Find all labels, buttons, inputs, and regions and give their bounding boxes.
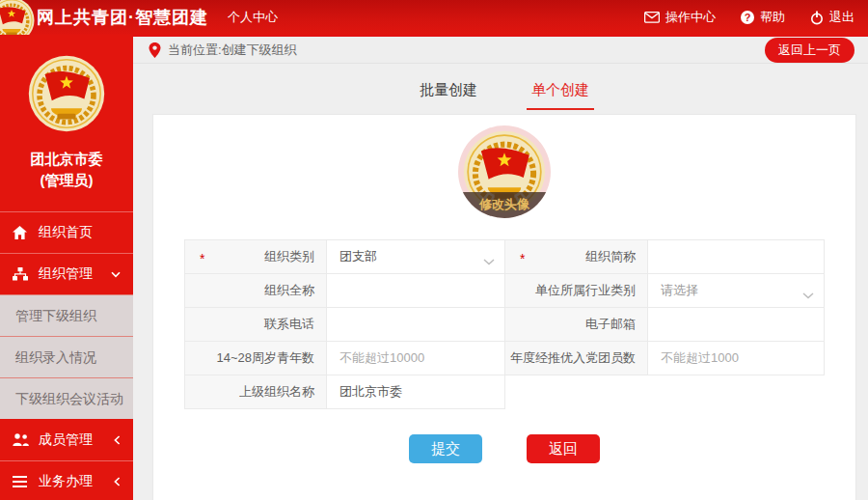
back-to-previous-button[interactable]: 返回上一页 [765,38,854,63]
breadcrumb-label: 当前位置:创建下级组织 [168,42,297,59]
field-label-party-recommend-count: 年度经推优入党团员数 [505,342,648,375]
required-asterisk: * [200,251,204,266]
phone-input[interactable] [327,308,505,342]
logout-link[interactable]: 退出 [810,9,854,26]
sidebar-subitem-manage-sub-orgs[interactable]: 管理下级组织 [0,294,133,336]
sidebar-subitem-org-entry-status[interactable]: 组织录入情况 [0,336,133,377]
avatar-edit-caption: 修改头像 [458,192,551,218]
sidebar-org-emblem-icon [28,55,105,132]
required-asterisk: * [520,251,525,266]
form-actions: 提交 返回 [153,434,855,463]
users-icon [13,433,30,446]
help-icon: ? [741,11,754,24]
field-label-phone: 联系电话 [185,308,327,342]
logout-label: 退出 [829,9,854,26]
league-emblem-logo-icon [0,0,35,35]
app-header: 网上共青团·智慧团建 个人中心 操作中心 ? 帮助 退出 [0,0,868,35]
breadcrumb-bar: 当前位置:创建下级组织 返回上一页 [133,35,868,64]
sidebar-item-org-management[interactable]: 组织管理 [0,253,133,294]
org-form-table: * 组织类别 团支部 * 组织简称 [184,239,825,409]
header-right-nav: 操作中心 ? 帮助 退出 [644,9,854,26]
sidebar-item-member-management[interactable]: 成员管理 [0,419,133,460]
parent-org-name-input[interactable]: 团北京市委 [327,375,505,409]
sidebar-menu: 组织首页 组织管理 管理下级组织 组织录入情况 下级组织会议活动 [0,211,133,500]
field-label-org-type: * 组织类别 [185,240,327,274]
org-type-select[interactable]: 团支部 [327,240,505,274]
org-avatar[interactable]: 修改头像 [458,125,551,218]
home-icon [13,226,30,239]
submit-button[interactable]: 提交 [409,434,482,463]
tab-batch-create[interactable]: 批量创建 [415,81,482,110]
action-center-label: 操作中心 [665,9,716,26]
power-icon [810,11,824,25]
field-label-org-full-name: 组织全称 [185,274,327,308]
field-label-industry: 单位所属行业类别 [505,274,648,308]
create-tabs: 批量创建 单个创建 [152,81,856,110]
tab-single-create[interactable]: 单个创建 [527,81,594,110]
industry-select[interactable]: 请选择 [648,274,825,308]
chevron-left-icon [114,477,121,486]
chevron-down-icon [802,288,814,302]
sidebar-item-org-home[interactable]: 组织首页 [0,211,133,253]
sitemap-icon [13,267,30,281]
app-title: 网上共青团·智慧团建 [37,6,208,29]
list-icon [13,476,30,487]
field-label-youth-count: 14~28周岁青年数 [185,342,327,375]
sidebar-item-label: 组织管理 [39,265,93,283]
org-name: 团北京市委 [0,149,133,170]
back-button[interactable]: 返回 [527,434,600,463]
content-panel: 修改头像 * 组织类别 团支部 * [152,114,856,500]
nav-personal-center[interactable]: 个人中心 [228,9,278,26]
chevron-down-icon [111,271,121,278]
sidebar-item-label: 业务办理 [39,473,93,490]
field-label-parent-org: 上级组织名称 [185,375,327,409]
org-full-name-input[interactable] [327,274,505,308]
youth-count-input[interactable]: 不能超过10000 [327,342,505,375]
email-input[interactable] [648,308,825,342]
chevron-left-icon [114,435,121,445]
org-management-submenu: 管理下级组织 组织录入情况 下级组织会议活动 [0,294,133,419]
help-label: 帮助 [760,9,785,26]
sidebar-item-business[interactable]: 业务办理 [0,460,133,500]
action-center-link[interactable]: 操作中心 [644,9,716,26]
empty-cell [505,375,825,409]
chevron-down-icon [483,254,495,268]
party-recommend-count-input[interactable]: 不能超过1000 [648,342,825,375]
sidebar-item-label: 成员管理 [39,431,93,449]
sidebar: 团北京市委 (管理员) 组织首页 组织管理 管理下级组织 组 [0,35,133,500]
help-link[interactable]: ? 帮助 [741,9,785,26]
main-content: 批量创建 单个创建 修改头像 * 组织类别 团支部 [133,64,868,500]
org-role: (管理员) [0,170,133,191]
location-pin-icon [149,42,161,58]
sidebar-item-label: 组织首页 [39,224,93,241]
sidebar-subitem-sub-org-meetings[interactable]: 下级组织会议活动 [0,377,133,419]
envelope-icon [644,12,660,23]
field-label-email: 电子邮箱 [505,308,648,342]
org-short-name-input[interactable] [648,240,825,274]
field-label-org-short-name: * 组织简称 [505,240,648,274]
